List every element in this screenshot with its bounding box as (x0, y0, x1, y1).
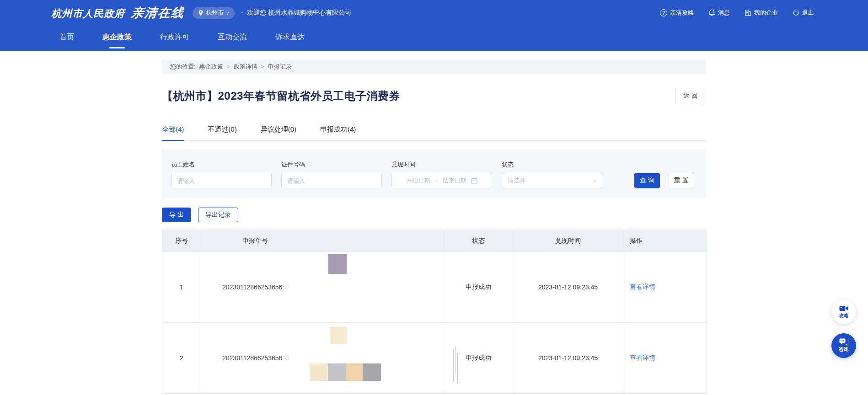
redeem-time-daterange[interactable]: 开始日期 ~ 结束日期 (391, 173, 492, 188)
chevron-down-icon: ∨ (226, 11, 229, 16)
reset-button[interactable]: 重 置 (669, 173, 694, 188)
end-date-placeholder: 结束日期 (443, 176, 466, 185)
header-link-label: 消息 (718, 9, 730, 17)
nav-item-interaction[interactable]: 互动交流 (218, 24, 247, 51)
col-header-redeem-time: 兑现时间 (513, 230, 623, 252)
breadcrumb-separator: > (261, 64, 264, 70)
col-header-index: 序号 (162, 230, 201, 252)
row-index: 2 (162, 323, 201, 394)
consult-float-label: 咨询 (839, 346, 849, 353)
tab-dispute[interactable]: 异议处理(0) (261, 125, 296, 140)
building-icon (745, 9, 751, 16)
calendar-icon (471, 177, 477, 184)
location-selector[interactable]: 杭州市 ∨ (193, 7, 235, 19)
breadcrumb-item-policy-detail[interactable]: 政策详情 (234, 63, 257, 71)
table-row: 2 2023011286625365633 申报成功 2023-01-12 09… (162, 323, 707, 394)
status-tabs: 全部(4) 不通过(0) 异议处理(0) 申报成功(4) (162, 125, 706, 141)
row-redeem-time: 2023-01-12 09:23:45 (513, 323, 623, 394)
view-detail-link[interactable]: 查看详情 (630, 354, 655, 361)
main-content: 您的位置: 惠企政策 > 政策详情 > 申报记录 【杭州市】2023年春节留杭省… (162, 59, 706, 394)
chevron-down-icon: ∨ (593, 178, 596, 184)
row-order-no: 2023011286625365667 (201, 252, 444, 323)
header-link-guide[interactable]: ? 亲清攻略 (660, 9, 694, 17)
start-date-placeholder: 开始日期 (406, 176, 430, 185)
welcome-text: 欢迎您 杭州水晶城购物中心有限公司 (247, 9, 351, 17)
nav-item-home[interactable]: 首页 (59, 24, 74, 51)
col-header-status: 状态 (444, 230, 513, 252)
question-circle-icon: ? (660, 9, 667, 16)
breadcrumb-prefix: 您的位置: (170, 63, 196, 71)
breadcrumb-item-application-records: 申报记录 (268, 63, 292, 71)
filter-panel: 员工姓名 证件号码 兑现时间 开始日期 ~ 结束日期 状态 请选择 ∨ (162, 149, 706, 198)
row-order-no: 2023011286625365633 (201, 323, 444, 394)
logo-brand-text: 亲清在线 (130, 5, 185, 21)
breadcrumb: 您的位置: 惠企政策 > 政策详情 > 申报记录 (162, 59, 706, 74)
records-table: 序号 申报单号 状态 兑现时间 操作 1 2023011286625365667… (162, 230, 707, 394)
order-no-faded: 67 (282, 283, 289, 291)
page-title: 【杭州市】2023年春节留杭省外员工电子消费券 (162, 89, 400, 103)
logo-gov-text: 杭州市人民政府 (51, 7, 125, 21)
back-button[interactable]: 返 回 (675, 89, 706, 103)
id-number-input[interactable] (281, 173, 382, 188)
header-link-my-enterprise[interactable]: 我的企业 (745, 9, 778, 17)
status-label: 状态 (502, 160, 602, 169)
consult-float-button[interactable]: 咨询 (831, 333, 856, 358)
id-number-label: 证件号码 (281, 160, 382, 169)
order-no-faded: 33 (282, 354, 289, 362)
tab-all[interactable]: 全部(4) (162, 125, 184, 140)
search-button[interactable]: 查 询 (634, 173, 660, 188)
nav-item-appeals[interactable]: 诉求直达 (275, 24, 305, 51)
header-link-label: 亲清攻略 (670, 9, 694, 17)
guide-float-label: 攻略 (839, 312, 849, 319)
main-nav: 首页 惠企政策 行政许可 互动交流 诉求直达 (0, 24, 868, 51)
header-link-label: 我的企业 (754, 9, 778, 17)
bell-icon (708, 9, 715, 16)
row-status: 申报成功 (444, 323, 513, 394)
col-header-action: 操作 (623, 230, 707, 252)
app-header: 杭州市人民政府 亲清在线 杭州市 ∨ · 欢迎您 杭州水晶城购物中心有限公司 ?… (0, 0, 868, 51)
header-link-label: 退出 (802, 9, 814, 17)
col-header-order-no: 申报单号 (201, 230, 444, 252)
view-detail-link[interactable]: 查看详情 (630, 283, 655, 290)
chat-icon (839, 338, 848, 346)
nav-item-policies[interactable]: 惠企政策 (102, 24, 132, 51)
employee-name-input[interactable] (171, 173, 272, 188)
site-logo: 杭州市人民政府 亲清在线 (51, 5, 184, 21)
redeem-time-label: 兑现时间 (391, 160, 492, 169)
row-redeem-time: 2023-01-12 09:23:45 (513, 252, 623, 323)
daterange-separator: ~ (434, 177, 438, 184)
power-icon (793, 9, 799, 16)
header-link-logout[interactable]: 退出 (793, 9, 814, 17)
tab-success[interactable]: 申报成功(4) (320, 125, 356, 140)
breadcrumb-separator: > (227, 64, 230, 70)
table-row: 1 2023011286625365667 申报成功 2023-01-12 09… (162, 252, 707, 323)
row-status: 申报成功 (444, 252, 513, 323)
tab-rejected[interactable]: 不通过(0) (208, 125, 236, 140)
records-table-wrap: 序号 申报单号 状态 兑现时间 操作 1 2023011286625365667… (162, 230, 706, 394)
welcome-bullet: · (241, 9, 243, 16)
breadcrumb-item-policies[interactable]: 惠企政策 (199, 63, 223, 71)
guide-float-button[interactable]: 攻略 (831, 299, 856, 324)
status-placeholder: 请选择 (508, 176, 525, 185)
status-select[interactable]: 请选择 ∨ (502, 173, 602, 188)
row-index: 1 (162, 252, 201, 323)
location-label: 杭州市 (206, 9, 224, 17)
export-records-button[interactable]: 导出记录 (198, 208, 238, 222)
location-pin-icon (198, 10, 204, 16)
table-header-row: 序号 申报单号 状态 兑现时间 操作 (162, 230, 707, 252)
nav-item-licensing[interactable]: 行政许可 (160, 24, 189, 51)
export-button[interactable]: 导 出 (162, 208, 191, 222)
header-link-messages[interactable]: 消息 (708, 9, 730, 17)
video-camera-icon (839, 305, 848, 312)
employee-name-label: 员工姓名 (171, 160, 272, 169)
